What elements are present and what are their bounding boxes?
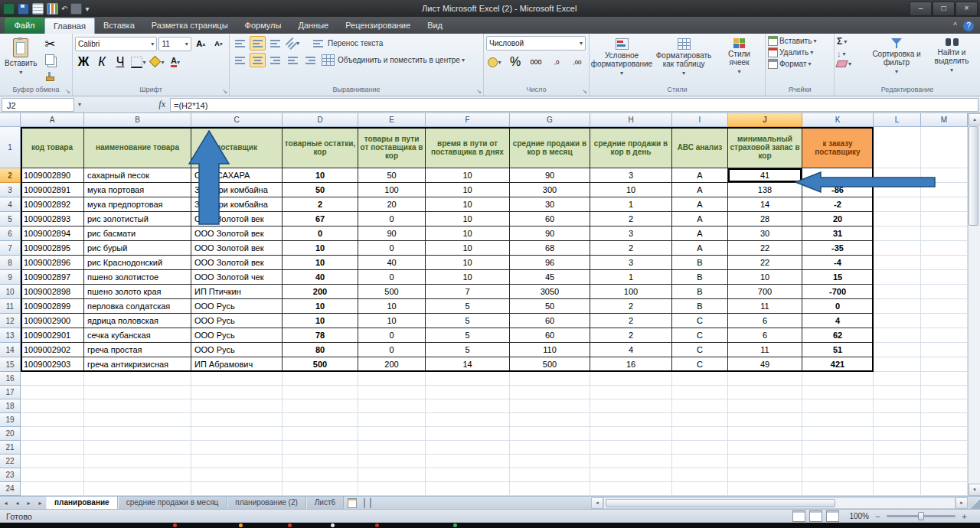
cell-K18[interactable]: [802, 399, 874, 413]
cell-H23[interactable]: [590, 468, 672, 482]
cell-I9[interactable]: В: [672, 270, 728, 285]
selection-fill-handle[interactable]: [799, 180, 805, 185]
decrease-decimal-button[interactable]: ,00: [569, 54, 586, 70]
cell-C22[interactable]: [191, 455, 283, 468]
cell-B22[interactable]: [84, 455, 191, 468]
cell-L10[interactable]: [874, 285, 921, 299]
cell-J3[interactable]: 138: [728, 183, 802, 197]
cell-I13[interactable]: С: [672, 328, 728, 343]
font-color-button[interactable]: А▾: [167, 54, 184, 70]
cell-J15[interactable]: 49: [728, 357, 802, 372]
cell-D16[interactable]: [283, 372, 358, 386]
cell-M3[interactable]: [921, 183, 968, 197]
cell-C17[interactable]: [191, 386, 283, 399]
bold-button[interactable]: Ж: [75, 54, 92, 70]
scroll-up-icon[interactable]: ▴: [969, 113, 980, 125]
cell-D18[interactable]: [283, 399, 358, 413]
align-top-button[interactable]: [232, 36, 248, 51]
cell-D15[interactable]: 500: [283, 357, 358, 372]
format-as-table-button[interactable]: Форматировать как таблицу ▾: [654, 36, 714, 85]
cell-H2[interactable]: 3: [590, 168, 672, 183]
cell-K1[interactable]: к заказу поставщику: [802, 127, 874, 168]
cell-E2[interactable]: 50: [358, 168, 426, 183]
cell-D3[interactable]: 50: [283, 183, 358, 197]
minimize-ribbon-icon[interactable]: ^: [953, 21, 957, 30]
row-header-8[interactable]: 8: [0, 256, 21, 270]
ribbon-tab-0[interactable]: Главная: [44, 18, 95, 34]
cell-A22[interactable]: [21, 455, 84, 468]
cell-L1[interactable]: [874, 127, 921, 168]
cell-E6[interactable]: 90: [358, 227, 426, 241]
cell-G1[interactable]: средние продажи в кор в месяц: [510, 127, 590, 168]
row-header-18[interactable]: 18: [0, 399, 21, 413]
taskbar-icon-1[interactable]: [173, 523, 177, 527]
cell-B19[interactable]: [84, 413, 191, 427]
taskbar-icon-6[interactable]: [453, 523, 457, 527]
ribbon-tab-1[interactable]: Вставка: [95, 18, 143, 34]
insert-function-icon[interactable]: fx: [158, 99, 165, 110]
cell-J2[interactable]: 41: [728, 168, 802, 183]
column-header-A[interactable]: A: [21, 113, 84, 127]
cell-B17[interactable]: [84, 386, 191, 399]
cell-B10[interactable]: пшено золото края: [84, 285, 191, 299]
cell-J6[interactable]: 30: [728, 227, 802, 241]
decrease-indent-button[interactable]: [285, 53, 301, 67]
view-page-layout-icon[interactable]: [809, 510, 822, 522]
cell-K23[interactable]: [802, 468, 874, 482]
cell-G13[interactable]: 60: [510, 328, 590, 343]
cell-C24[interactable]: [191, 482, 283, 496]
cell-C2[interactable]: ООО САХАРА: [191, 168, 283, 183]
cell-E20[interactable]: [358, 427, 426, 441]
cell-A2[interactable]: 1009002890: [21, 168, 84, 183]
sheet-tab-2[interactable]: планирование (2): [227, 497, 305, 509]
cell-A6[interactable]: 1009002894: [21, 227, 84, 241]
cell-C12[interactable]: ООО Русь: [191, 314, 283, 328]
cell-H10[interactable]: 100: [590, 285, 672, 299]
vertical-scroll-thumb[interactable]: [969, 126, 978, 226]
cell-K20[interactable]: [802, 427, 874, 441]
cell-J9[interactable]: 10: [728, 270, 802, 285]
cell-M19[interactable]: [921, 413, 968, 427]
cell-G4[interactable]: 30: [510, 197, 590, 212]
name-box[interactable]: J2: [2, 98, 74, 112]
cell-H6[interactable]: 3: [590, 227, 672, 241]
cell-E8[interactable]: 40: [358, 256, 426, 270]
cell-M13[interactable]: [921, 328, 968, 343]
cell-K4[interactable]: -2: [802, 197, 874, 212]
sheet-tab-0[interactable]: планирование: [46, 497, 118, 509]
cell-L13[interactable]: [874, 328, 921, 343]
row-header-24[interactable]: 24: [0, 482, 21, 496]
cell-H3[interactable]: 10: [590, 183, 672, 197]
cell-A1[interactable]: код товара: [21, 127, 84, 168]
cell-M16[interactable]: [921, 372, 968, 386]
row-header-7[interactable]: 7: [0, 241, 21, 256]
cell-M20[interactable]: [921, 427, 968, 441]
cell-F16[interactable]: [426, 372, 510, 386]
format-cells-button[interactable]: Формат ▾: [768, 59, 831, 69]
cell-B2[interactable]: сахарный песок: [84, 168, 191, 183]
cell-H24[interactable]: [590, 482, 672, 496]
cell-H16[interactable]: [590, 372, 672, 386]
cell-D8[interactable]: 10: [283, 256, 358, 270]
italic-button[interactable]: К: [93, 54, 110, 70]
cell-F18[interactable]: [426, 399, 510, 413]
cell-B8[interactable]: рис Краснодонский: [84, 256, 191, 270]
cell-K16[interactable]: [802, 372, 874, 386]
cell-B24[interactable]: [84, 482, 191, 496]
cell-I16[interactable]: [672, 372, 728, 386]
cell-G23[interactable]: [510, 468, 590, 482]
autosum-button[interactable]: Σ▾: [837, 36, 867, 47]
cell-C6[interactable]: ООО Золотой век: [191, 227, 283, 241]
cell-E13[interactable]: 0: [358, 328, 426, 343]
cell-F6[interactable]: 10: [426, 227, 510, 241]
cell-A23[interactable]: [21, 468, 84, 482]
cell-H15[interactable]: 16: [590, 357, 672, 372]
align-bottom-button[interactable]: [267, 36, 283, 51]
column-header-C[interactable]: C: [191, 113, 283, 127]
row-header-12[interactable]: 12: [0, 314, 21, 328]
cell-M1[interactable]: [921, 127, 968, 168]
cell-C10[interactable]: ИП Птичкин: [191, 285, 283, 299]
align-center-button[interactable]: [250, 53, 266, 67]
zoom-slider[interactable]: [887, 515, 956, 517]
cell-M2[interactable]: [921, 168, 968, 183]
